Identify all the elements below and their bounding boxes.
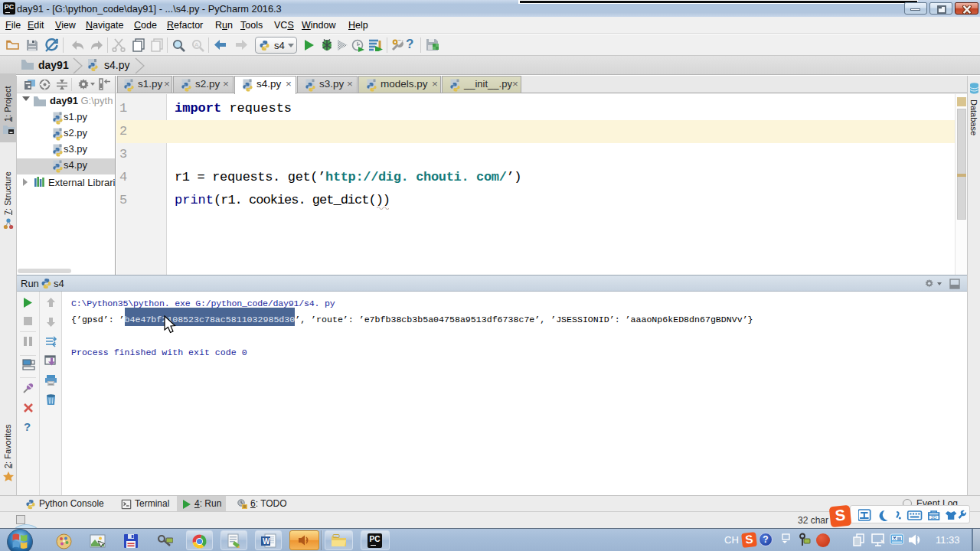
svg-text:3D: 3D — [930, 514, 937, 520]
svg-text:W: W — [263, 537, 270, 546]
svg-text:A: A — [194, 41, 199, 48]
